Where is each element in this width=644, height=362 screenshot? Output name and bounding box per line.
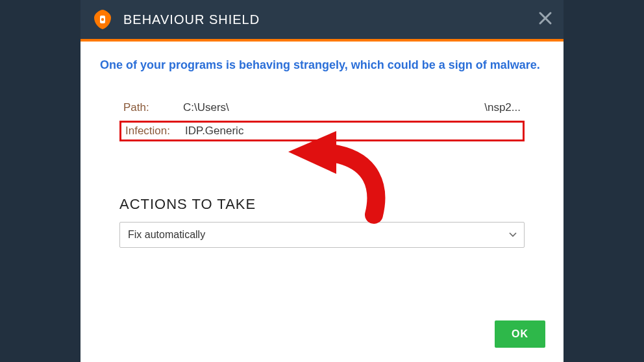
dialog-content: One of your programs is behaving strange… [80, 42, 564, 308]
ok-button[interactable]: OK [495, 320, 545, 348]
action-select[interactable]: Fix automatically [119, 222, 525, 248]
warning-message: One of your programs is behaving strange… [100, 57, 544, 73]
action-select-value: Fix automatically [128, 229, 205, 241]
close-button[interactable] [535, 9, 556, 30]
path-row: Path: C:\Users\ \nsp2... [119, 97, 525, 118]
avast-logo-icon [91, 8, 114, 31]
chevron-down-icon [508, 229, 517, 241]
svg-point-1 [101, 18, 104, 21]
dialog-footer: OK [80, 308, 564, 362]
actions-heading: ACTIONS TO TAKE [119, 196, 544, 213]
path-value-right: \nsp2... [484, 101, 521, 114]
path-label: Path: [123, 101, 183, 114]
dialog-header: BEHAVIOUR SHIELD [80, 0, 564, 39]
infection-label: Infection: [125, 125, 185, 138]
dialog-title: BEHAVIOUR SHIELD [123, 12, 260, 27]
behaviour-shield-dialog: BEHAVIOUR SHIELD One of your programs is… [80, 0, 564, 362]
infection-row: Infection: IDP.Generic [119, 121, 525, 141]
close-icon [538, 11, 552, 28]
details-section: Path: C:\Users\ \nsp2... Infection: IDP.… [100, 97, 544, 141]
path-value-left: C:\Users\ [183, 101, 229, 114]
infection-value: IDP.Generic [185, 125, 243, 138]
